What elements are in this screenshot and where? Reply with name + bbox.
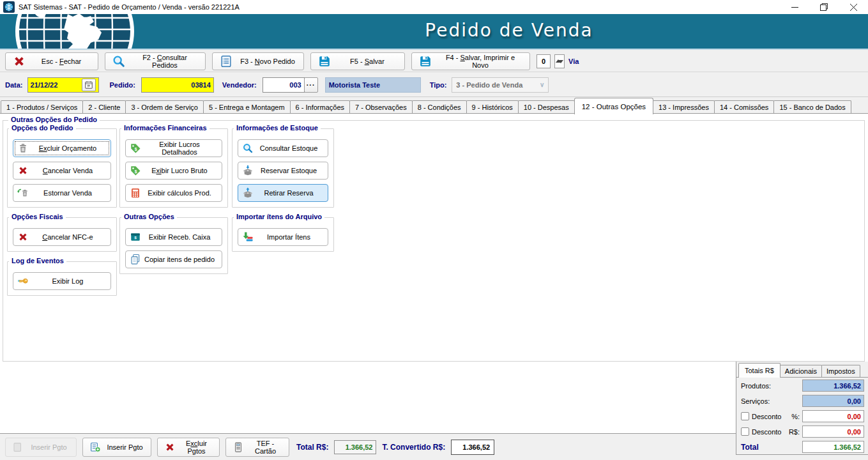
tab-impressoes[interactable]: 13 - Impressões bbox=[653, 100, 715, 114]
save-icon bbox=[418, 54, 432, 68]
tab-observacoes[interactable]: 7 - Observações bbox=[349, 100, 413, 114]
tab-despesas[interactable]: 10 - Despesas bbox=[518, 100, 575, 114]
exibir-lucros-detalhados-button[interactable]: $ Exibir Lucros Detalhados bbox=[125, 139, 222, 157]
desconto-pct-checkbox[interactable] bbox=[741, 412, 749, 420]
vendedor-label: Vendedor: bbox=[222, 81, 257, 89]
key-icon bbox=[17, 275, 29, 287]
delete-x-icon bbox=[164, 441, 176, 453]
importar-itens-group: Importar ítens do Arquivo Importar Ítens bbox=[232, 217, 334, 252]
order-header-row: Data: 21/12/22 Pedido: 03814 Vendedor: 0… bbox=[0, 73, 868, 97]
tef-cartao-button[interactable]: TEF - Cartão bbox=[225, 438, 289, 457]
importar-itens-label: Importar Ítens bbox=[254, 233, 324, 241]
undo-trash-icon bbox=[17, 187, 29, 199]
inserir-pgto-disabled-button: Inserir Pgto bbox=[5, 438, 77, 457]
cancelar-nfce-label: Cancelar NFC-e bbox=[29, 233, 107, 241]
tab-historicos[interactable]: 9 - Históricos bbox=[466, 100, 519, 114]
restore-button[interactable] bbox=[809, 0, 839, 14]
consultar-estoque-label: Consultar Estoque bbox=[254, 144, 324, 152]
close-icon bbox=[850, 4, 857, 11]
cancel-x-icon bbox=[17, 165, 29, 176]
via-count-input[interactable]: 0 bbox=[537, 54, 551, 68]
tab-banco-dados[interactable]: 15 - Banco de Dados bbox=[773, 100, 851, 114]
import-icon bbox=[242, 231, 254, 243]
chevron-down-icon: ∨ bbox=[540, 81, 544, 88]
salvar-imprimir-novo-button[interactable]: F4 - Salvar, Imprimir e Novo bbox=[411, 52, 530, 70]
tab-informacoes[interactable]: 6 - Informações bbox=[290, 100, 350, 114]
vendedor-input[interactable]: 003 bbox=[263, 77, 305, 93]
retirar-reserva-button[interactable]: Retirar Reserva bbox=[238, 184, 328, 202]
tab-ordem-servico[interactable]: 3 - Ordem de Serviço bbox=[125, 100, 204, 114]
informacoes-financeiras-group: Informações Financeiras $ Exibir Lucros … bbox=[119, 128, 228, 208]
novo-pedido-button[interactable]: F3 - Novo Pedido bbox=[212, 52, 304, 70]
copiar-itens-pedido-label: Copiar itens de pedido bbox=[141, 256, 218, 263]
desconto-pct-input[interactable]: 0,00 bbox=[802, 410, 864, 422]
exibir-receb-caixa-label: Exibir Receb. Caixa bbox=[141, 233, 218, 241]
minimize-icon bbox=[791, 4, 798, 11]
excluir-orcamento-label: Excluir Orçamento bbox=[29, 144, 107, 152]
convertido-value: 1.366,52 bbox=[451, 440, 494, 455]
informacoes-estoque-title: Informações de Estoque bbox=[234, 124, 321, 132]
reservar-estoque-button[interactable]: Reservar Estoque bbox=[238, 162, 328, 180]
consultar-pedidos-button[interactable]: F2 - Consultar Pedidos bbox=[105, 52, 206, 70]
log-eventos-group: Log de Eventos Exibir Log bbox=[7, 261, 117, 296]
via-stepper[interactable] bbox=[554, 54, 565, 68]
desconto-rs-checkbox[interactable] bbox=[741, 427, 749, 436]
fechar-button[interactable]: Esc - Fechar bbox=[5, 52, 98, 70]
exibir-lucro-bruto-button[interactable]: $ Exibir Lucro Bruto bbox=[125, 162, 222, 180]
produtos-value: 1.366,52 bbox=[802, 379, 864, 392]
data-input[interactable]: 21/12/22 bbox=[27, 77, 99, 93]
tab-outras-opcoes[interactable]: 12 - Outras Opções bbox=[574, 98, 653, 114]
fechar-label: Esc - Fechar bbox=[31, 57, 91, 65]
exibir-log-button[interactable]: Exibir Log bbox=[13, 272, 111, 290]
outras-opcoes-title: Outras Opções bbox=[121, 213, 177, 220]
restore-icon bbox=[820, 3, 828, 11]
tab-comissoes[interactable]: 14 - Comissões bbox=[714, 100, 774, 114]
consultar-label: F2 - Consultar Pedidos bbox=[131, 54, 199, 69]
estornar-venda-button[interactable]: Estornar Venda bbox=[13, 184, 111, 202]
data-label: Data: bbox=[5, 81, 23, 89]
tab-adicionais[interactable]: Adicionais bbox=[780, 365, 822, 377]
totals-panel: Totais R$ Adicionais Impostos Produtos: … bbox=[736, 362, 868, 455]
importar-itens-button[interactable]: Importar Ítens bbox=[238, 228, 328, 246]
rs-suffix: R$: bbox=[781, 428, 802, 436]
minimize-button[interactable] bbox=[780, 0, 809, 14]
excluir-orcamento-button[interactable]: Excluir Orçamento bbox=[13, 139, 111, 157]
consultar-estoque-button[interactable]: Consultar Estoque bbox=[238, 139, 328, 157]
cancelar-nfce-button[interactable]: Cancelar NFC-e bbox=[13, 228, 111, 246]
tab-entrega-montagem[interactable]: 5 - Entrega e Montagem bbox=[203, 100, 291, 114]
calendar-button[interactable] bbox=[82, 79, 96, 91]
close-button[interactable] bbox=[839, 0, 868, 14]
salvar-button[interactable]: F5 - Salvar bbox=[310, 52, 405, 70]
pedido-input[interactable]: 03814 bbox=[141, 77, 214, 93]
exibir-log-label: Exibir Log bbox=[29, 277, 107, 285]
pct-suffix: %: bbox=[781, 413, 802, 420]
tab-totais[interactable]: Totais R$ bbox=[738, 363, 780, 378]
search-icon bbox=[112, 54, 126, 68]
excluir-pgtos-button[interactable]: Excluir Pgtos bbox=[157, 438, 220, 457]
cancelar-venda-button[interactable]: Cancelar Venda bbox=[13, 162, 111, 180]
trash-icon bbox=[17, 142, 29, 154]
exibir-calculos-prod-button[interactable]: Exibir cálculos Prod. bbox=[125, 184, 222, 202]
cancelar-venda-label: Cancelar Venda bbox=[29, 167, 107, 174]
tipo-select[interactable]: 3 - Pedido de Venda ∨ bbox=[452, 77, 549, 93]
exibir-calculos-prod-label: Exibir cálculos Prod. bbox=[141, 189, 218, 197]
inserir-pgto-button[interactable]: Inserir Pgto bbox=[82, 438, 151, 457]
exibir-receb-caixa-button[interactable]: $ Exibir Receb. Caixa bbox=[125, 228, 222, 246]
svg-text:$: $ bbox=[135, 147, 137, 152]
tab-condicoes[interactable]: 8 - Condições bbox=[412, 100, 467, 114]
copiar-itens-pedido-button[interactable]: Copiar itens de pedido bbox=[125, 250, 222, 268]
opcoes-fiscais-title: Opções Fiscais bbox=[9, 213, 66, 220]
desconto-rs-input[interactable]: 0,00 bbox=[802, 425, 864, 438]
excluir-pgtos-label: Excluir Pgtos bbox=[180, 440, 213, 455]
desconto-pct-label: Desconto bbox=[752, 413, 781, 420]
cancel-x-icon bbox=[17, 231, 29, 243]
estornar-venda-label: Estornar Venda bbox=[29, 189, 107, 197]
tab-cliente[interactable]: 2 - Cliente bbox=[82, 100, 126, 114]
app-icon bbox=[3, 1, 15, 13]
outras-opcoes-groupbox: Outras Opções do Pedido Opções do Pedido… bbox=[3, 120, 865, 362]
box-arrow-up-icon bbox=[242, 187, 254, 199]
vendedor-browse-button[interactable]: ··· bbox=[304, 77, 318, 93]
tab-impostos[interactable]: Impostos bbox=[821, 365, 860, 377]
insert-payment-icon bbox=[89, 441, 101, 453]
tab-produtos-servicos[interactable]: 1 - Produtos / Serviços bbox=[1, 100, 83, 114]
